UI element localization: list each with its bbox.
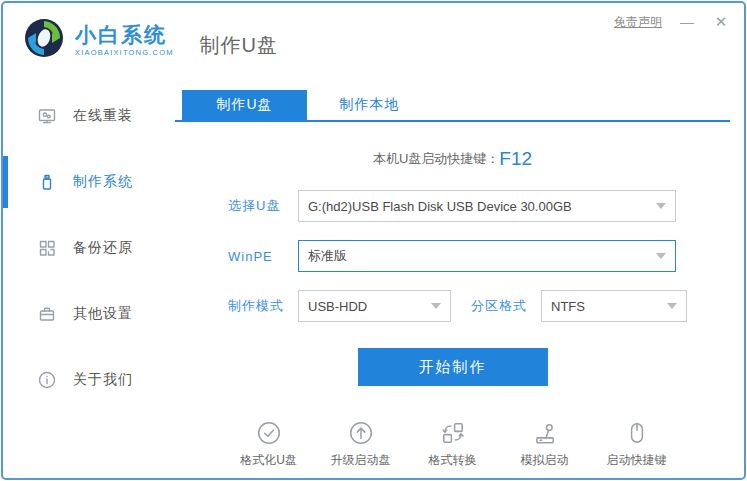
sidebar: 在线重装 制作系统 备份还原: [3, 77, 175, 480]
form-row-mode-partition: 制作模式 USB-HDD 分区格式 NTFS: [228, 290, 730, 322]
brand-name: 小白系统: [75, 24, 174, 46]
disclaimer-link[interactable]: 免责声明: [614, 14, 662, 31]
sidebar-item-other-settings[interactable]: 其他设置: [3, 281, 175, 347]
partition-format-select-value: NTFS: [551, 299, 585, 314]
sidebar-item-make-system[interactable]: 制作系统: [3, 149, 175, 215]
tool-label: 格式化U盘: [240, 452, 297, 469]
chevron-down-icon: [656, 253, 666, 259]
tool-label: 启动快捷键: [607, 452, 667, 469]
sidebar-item-label: 备份还原: [73, 239, 133, 257]
sidebar-item-label: 其他设置: [73, 305, 133, 323]
chevron-down-icon: [656, 203, 666, 209]
tool-label: 模拟启动: [521, 452, 569, 469]
make-mode-select[interactable]: USB-HDD: [298, 290, 451, 322]
page-title: 制作U盘: [200, 32, 278, 59]
chevron-down-icon: [667, 303, 677, 309]
monitor-gears-icon: [37, 106, 57, 126]
tool-label: 格式转换: [429, 452, 477, 469]
tab-bar: 制作U盘 制作本地: [175, 90, 730, 122]
app-window: 免责声明 — ✕ 小白系统 XIAOBAIXITONG.COM 制作U盘: [1, 1, 746, 480]
tool-label: 升级启动盘: [331, 452, 391, 469]
sidebar-item-label: 制作系统: [73, 173, 133, 191]
winpe-label: WinPE: [228, 249, 298, 264]
boot-hotkey-label: 本机U盘启动快捷键：: [373, 151, 499, 166]
usb-drive-select-value: G:(hd2)USB Flash Disk USB Device 30.00GB: [308, 199, 572, 214]
brand-domain: XIAOBAIXITONG.COM: [75, 48, 174, 57]
winpe-select-value: 标准版: [308, 247, 347, 265]
tab-make-local[interactable]: 制作本地: [307, 90, 432, 120]
brand-logo-icon: [21, 15, 67, 65]
joystick-icon: [532, 420, 558, 446]
mouse-icon: [624, 420, 650, 446]
sidebar-item-backup-restore[interactable]: 备份还原: [3, 215, 175, 281]
toolbox-icon: [37, 304, 57, 324]
partition-format-label: 分区格式: [471, 297, 527, 315]
usb-drive-select[interactable]: G:(hd2)USB Flash Disk USB Device 30.00GB: [298, 190, 676, 222]
bottom-toolbar: 格式化U盘 升级启动盘: [175, 420, 730, 469]
boot-hotkey-value: F12: [499, 148, 532, 169]
minimize-button[interactable]: —: [678, 13, 696, 31]
make-mode-select-value: USB-HDD: [308, 299, 367, 314]
chevron-down-icon: [431, 303, 441, 309]
make-mode-label: 制作模式: [228, 297, 298, 315]
form-row-winpe: WinPE 标准版: [228, 240, 730, 272]
winpe-select[interactable]: 标准版: [298, 240, 676, 272]
select-usb-label: 选择U盘: [228, 197, 298, 215]
start-make-button[interactable]: 开始制作: [358, 348, 548, 386]
form-row-select-usb: 选择U盘 G:(hd2)USB Flash Disk USB Device 30…: [228, 190, 730, 222]
window-controls: 免责声明 — ✕: [614, 13, 730, 31]
check-circle-icon: [256, 420, 282, 446]
arrow-up-circle-icon: [348, 420, 374, 446]
brand-text: 小白系统 XIAOBAIXITONG.COM: [75, 24, 174, 57]
backup-grid-icon: [37, 238, 57, 258]
convert-squares-icon: [440, 420, 466, 446]
sidebar-item-about-us[interactable]: 关于我们: [3, 347, 175, 413]
sidebar-item-online-reinstall[interactable]: 在线重装: [3, 83, 175, 149]
boot-hotkey-line: 本机U盘启动快捷键：F12: [175, 148, 730, 172]
sidebar-item-label: 关于我们: [73, 371, 133, 389]
brand-logo: 小白系统 XIAOBAIXITONG.COM: [21, 15, 174, 65]
info-circle-icon: [37, 370, 57, 390]
tab-make-usb[interactable]: 制作U盘: [182, 90, 307, 120]
tool-upgrade-boot-disk[interactable]: 升级启动盘: [328, 420, 394, 469]
partition-format-select[interactable]: NTFS: [541, 290, 687, 322]
tool-format-usb[interactable]: 格式化U盘: [236, 420, 302, 469]
tool-simulate-boot[interactable]: 模拟启动: [512, 420, 578, 469]
tool-boot-hotkey[interactable]: 启动快捷键: [604, 420, 670, 469]
usb-drive-icon: [37, 172, 57, 192]
main-panel: 制作U盘 制作本地 本机U盘启动快捷键：F12 选择U盘 G:(hd2)USB …: [175, 77, 744, 480]
tool-format-convert[interactable]: 格式转换: [420, 420, 486, 469]
make-usb-form: 选择U盘 G:(hd2)USB Flash Disk USB Device 30…: [175, 190, 730, 322]
close-button[interactable]: ✕: [712, 13, 730, 31]
sidebar-item-label: 在线重装: [73, 107, 133, 125]
